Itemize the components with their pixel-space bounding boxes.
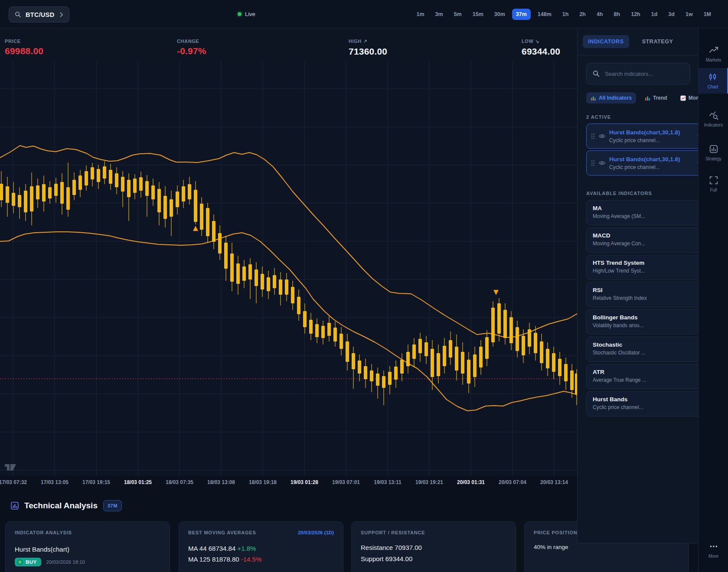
- price-chart[interactable]: [0, 61, 577, 476]
- time-axis-label: 19/03 07:01: [332, 479, 360, 485]
- signal-timestamp: 20/03/2026 18:10: [46, 559, 85, 565]
- analysis-timeframe-badge[interactable]: 37M: [103, 500, 122, 511]
- available-indicator-hts-trend-system[interactable]: HTS Trend SystemHigh/Low Trend Syst...: [586, 255, 702, 280]
- available-indicator-bollinger-bands[interactable]: Bollinger BandsVolatility bands arou...: [586, 309, 702, 335]
- side-toolbar: MarketsChartIndicatorsStrategyFullMore: [698, 28, 728, 572]
- time-axis-label: 19/03 01:28: [291, 479, 318, 485]
- timeframe-12h[interactable]: 12h: [627, 9, 644, 20]
- support-resistance-label: SUPPORT / RESISTANCE: [361, 530, 506, 535]
- stat-change-label: CHANGE: [177, 39, 206, 44]
- available-indicators-label: AVAILABLE INDICATORS: [586, 191, 652, 196]
- available-indicator-atr[interactable]: ATRAverage True Range ...: [586, 364, 702, 389]
- stat-low-value: 69344.00: [522, 46, 560, 57]
- analysis-chart-icon: [11, 502, 19, 510]
- available-indicator-ma[interactable]: MAMoving Average (SM...: [586, 200, 702, 225]
- toolbar-strategy[interactable]: Strategy: [699, 140, 728, 166]
- visibility-eye-icon[interactable]: [599, 160, 605, 166]
- candlestick-chart-canvas[interactable]: [0, 61, 577, 476]
- timeframe-1h[interactable]: 1h: [558, 9, 573, 20]
- drag-handle-icon[interactable]: [591, 160, 595, 166]
- active-indicator-card[interactable]: Hurst Bands(chart,30,1.8)Cyclic price ch…: [586, 150, 702, 176]
- active-indicator-name: Hurst Bands(chart,30,1.8): [609, 156, 680, 162]
- price-position-value: 40% in range: [534, 544, 679, 550]
- time-axis-label: 20/03 13:14: [540, 479, 568, 485]
- chart-icon: [708, 72, 718, 82]
- drag-handle-icon[interactable]: [591, 133, 595, 140]
- stat-high-value: 71360.00: [349, 46, 387, 57]
- timeframe-30m[interactable]: 30m: [490, 9, 509, 20]
- stat-price-value: 69988.00: [5, 46, 43, 56]
- timeframe-8h[interactable]: 8h: [610, 9, 624, 20]
- time-axis-label: 19/03 19:21: [415, 479, 443, 485]
- indicator-search-input[interactable]: [605, 71, 679, 77]
- stat-price-label: PRICE: [5, 39, 43, 44]
- available-indicator-macd[interactable]: MACDMoving Average Con...: [586, 228, 702, 253]
- filter-chip-all-indicators[interactable]: All Indicators: [586, 92, 636, 104]
- timeframe-1d[interactable]: 1d: [647, 9, 662, 20]
- search-icon: [593, 70, 600, 77]
- time-axis-label: 17/03 13:05: [41, 479, 69, 485]
- bar-chart-icon: [645, 95, 650, 101]
- symbol-label: BTC/USD: [26, 11, 55, 18]
- fullscreen-icon: [709, 176, 718, 185]
- tab-strategy[interactable]: STRATEGY: [637, 35, 679, 48]
- signal-label: BUY: [26, 559, 36, 565]
- toolbar-markets[interactable]: Markets: [699, 41, 728, 67]
- available-indicator-hurst-bands[interactable]: Hurst BandsCyclic price channel...: [586, 391, 702, 416]
- support-value: Support 69344.00: [361, 553, 506, 565]
- timeframe-3d[interactable]: 3d: [664, 9, 679, 20]
- timeframe-37m[interactable]: 37m: [512, 9, 531, 20]
- visibility-eye-icon[interactable]: [599, 133, 605, 139]
- indicator-name: MA: [593, 205, 695, 211]
- time-axis-label: 18/03 13:08: [207, 479, 235, 485]
- timeframe-5m[interactable]: 5m: [450, 9, 466, 20]
- timeframe-1M[interactable]: 1M: [700, 9, 715, 20]
- symbol-selector[interactable]: BTC/USD: [9, 6, 69, 23]
- indicator-name: Bollinger Bands: [593, 314, 695, 321]
- buy-signal-badge[interactable]: BUY: [15, 558, 41, 566]
- toolbar-chart[interactable]: Chart: [699, 68, 728, 94]
- time-axis-label: 20/03 07:04: [499, 479, 526, 485]
- more-icon: [709, 542, 718, 551]
- filter-chip-trend[interactable]: Trend: [640, 92, 672, 104]
- indicator-description: Stochastic Oscillator ...: [593, 350, 695, 356]
- stats-bar: PRICE 69988.00 CHANGE -0.97% HIGH ↗ 7136…: [0, 28, 577, 61]
- timeframe-148m[interactable]: 148m: [534, 9, 555, 20]
- chart-up-icon: [680, 95, 686, 101]
- available-indicator-rsi[interactable]: RSIRelative Strength Index: [586, 282, 702, 307]
- indicator-description: Moving Average Con...: [593, 240, 695, 247]
- indicator-name: ATR: [593, 369, 695, 375]
- live-status: Live: [238, 0, 255, 28]
- timeframe-15m[interactable]: 15m: [469, 9, 487, 20]
- timeframe-4h[interactable]: 4h: [593, 9, 607, 20]
- ma-row: MA 44 68734.84 +1.8%: [188, 543, 334, 554]
- indicator-search[interactable]: [586, 63, 690, 84]
- moving-averages-date: 20/03/2026 (1D): [298, 530, 334, 535]
- time-axis-label: 17/03 19:15: [82, 479, 110, 485]
- time-axis-label: 18/03 07:35: [166, 479, 193, 485]
- toolbar-full[interactable]: Full: [699, 171, 728, 197]
- toolbar-indicators[interactable]: Indicators: [699, 106, 728, 132]
- stat-change: CHANGE -0.97%: [177, 39, 206, 56]
- active-indicator-card[interactable]: Hurst Bands(chart,30,1.8)Cyclic price ch…: [586, 124, 702, 149]
- indicators-panel: INDICATORS STRATEGY All IndicatorsTrendM…: [577, 28, 698, 543]
- indicator-name: HTS Trend System: [593, 260, 695, 266]
- indicator-description: Relative Strength Index: [593, 295, 695, 301]
- timeframe-1w[interactable]: 1w: [682, 9, 697, 20]
- live-label: Live: [245, 11, 255, 17]
- support-resistance-card: SUPPORT / RESISTANCE Resistance 70937.00…: [351, 521, 516, 572]
- time-axis-label: 17/03 07:32: [0, 479, 27, 485]
- toolbar-more[interactable]: More: [699, 537, 728, 563]
- indicator-analysis-label: INDICATOR ANALYSIS: [15, 530, 160, 535]
- time-axis-label: 18/03 01:25: [124, 479, 152, 485]
- active-indicators-label: 2 ACTIVE: [586, 114, 611, 120]
- timeframe-2h[interactable]: 2h: [575, 9, 590, 20]
- indicator-analysis-card: INDICATOR ANALYSIS Hurst Bands(chart) BU…: [5, 521, 170, 572]
- time-axis-label: 18/03 19:18: [249, 479, 277, 485]
- available-indicator-stochastic[interactable]: StochasticStochastic Oscillator ...: [586, 337, 702, 362]
- active-indicator-name: Hurst Bands(chart,30,1.8): [609, 129, 680, 136]
- timeframe-3m[interactable]: 3m: [431, 9, 447, 20]
- stat-low-label: LOW ↘: [522, 39, 560, 44]
- tab-indicators[interactable]: INDICATORS: [583, 35, 629, 48]
- timeframe-1m[interactable]: 1m: [413, 9, 428, 20]
